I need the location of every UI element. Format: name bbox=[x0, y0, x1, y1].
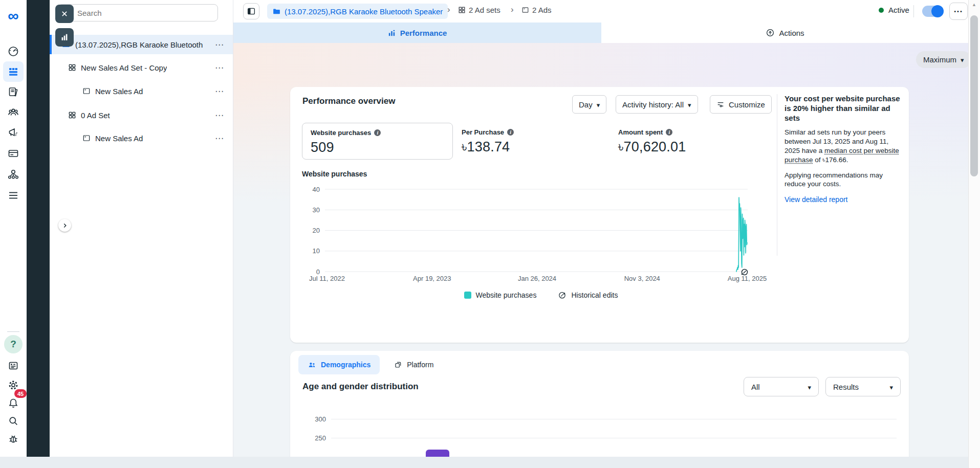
breadcrumb-adsets[interactable]: 2 Ad sets bbox=[458, 6, 500, 14]
svg-text:10: 10 bbox=[313, 247, 320, 255]
metric-aggregation-dropdown[interactable]: Maximum bbox=[916, 51, 971, 68]
tree-item-adset[interactable]: 0 Ad Set bbox=[50, 105, 233, 125]
legend-historical-edits[interactable]: Historical edits bbox=[558, 291, 618, 299]
customize-button[interactable]: Customize bbox=[710, 95, 772, 114]
row-options-button[interactable] bbox=[215, 39, 224, 50]
chevron-down-icon bbox=[597, 100, 600, 109]
breadcrumb-campaign[interactable]: (13.07.2025),RGB Karaoke Bluetooth Speak… bbox=[267, 4, 448, 19]
status-label: Active bbox=[888, 6, 909, 14]
info-icon[interactable] bbox=[507, 129, 514, 136]
meta-logo[interactable] bbox=[3, 6, 24, 26]
metric-value: ৳70,620.01 bbox=[618, 139, 686, 155]
tab-performance-label: Performance bbox=[400, 29, 447, 37]
info-icon[interactable] bbox=[666, 129, 672, 136]
day-granularity-dropdown[interactable]: Day bbox=[572, 95, 606, 114]
row-options-button[interactable] bbox=[215, 110, 224, 121]
tree-item-ad[interactable]: New Sales Ad bbox=[50, 128, 233, 148]
tree-item-adset[interactable]: New Sales Ad Set - Copy bbox=[50, 58, 233, 77]
expand-panel-chevron-icon[interactable] bbox=[58, 219, 71, 232]
breakdown-heading: Age and gender distribution bbox=[302, 382, 419, 392]
card-title: Performance overview bbox=[302, 96, 395, 106]
info-icon[interactable] bbox=[374, 129, 381, 136]
activity-history-dropdown[interactable]: Activity history: All bbox=[616, 95, 698, 114]
recent-clock-icon[interactable] bbox=[55, 72, 74, 90]
more-options-button[interactable] bbox=[949, 3, 968, 20]
collapse-sidebar-button[interactable] bbox=[243, 3, 259, 19]
search-rail-icon[interactable] bbox=[3, 411, 24, 431]
chart-legend: Website purchases Historical edits bbox=[306, 291, 776, 299]
recommendation-body: Similar ad sets run by your peers betwee… bbox=[785, 128, 901, 164]
metric-aggregation-value: Maximum bbox=[923, 55, 956, 64]
metric-label: Website purchases bbox=[311, 129, 371, 137]
platform-layers-icon bbox=[394, 361, 402, 369]
help-icon[interactable] bbox=[4, 335, 23, 353]
billing-card-icon[interactable] bbox=[3, 143, 24, 164]
recommendation-body-post: of ৳176.66. bbox=[813, 156, 848, 164]
campaign-on-off-toggle[interactable] bbox=[922, 6, 944, 17]
chevron-down-icon bbox=[961, 55, 964, 64]
recommendation-panel: Your cost per website purchase is 20% hi… bbox=[785, 94, 901, 205]
tab-actions[interactable]: Actions bbox=[601, 23, 969, 43]
search-input[interactable] bbox=[76, 8, 196, 18]
charts-icon[interactable] bbox=[55, 28, 74, 47]
metric-value: 509 bbox=[311, 140, 444, 155]
pencil-circle-icon bbox=[558, 291, 567, 299]
gridline bbox=[331, 419, 897, 419]
legend-website-purchases[interactable]: Website purchases bbox=[464, 291, 537, 299]
active-status-dot bbox=[879, 8, 884, 13]
metric-label: Per Purchase bbox=[462, 128, 504, 136]
breakdown-filter-dropdown[interactable]: All bbox=[744, 377, 819, 396]
row-options-button[interactable] bbox=[215, 86, 224, 97]
business-assets-icon[interactable] bbox=[3, 164, 24, 185]
row-options-button[interactable] bbox=[215, 62, 224, 73]
tree-search[interactable] bbox=[58, 4, 218, 21]
svg-text:40: 40 bbox=[313, 186, 320, 193]
tree-item-label: New Sales Ad bbox=[95, 134, 143, 143]
actions-arrow-icon bbox=[766, 28, 775, 37]
metric-card-amount-spent[interactable]: Amount spent ৳70,620.01 bbox=[618, 128, 686, 155]
performance-line-chart[interactable]: 403020100Jul 11, 2022Apr 19, 2023Jan 26,… bbox=[304, 182, 770, 285]
ad-frame-icon bbox=[521, 6, 529, 14]
close-icon[interactable] bbox=[55, 5, 74, 23]
report-bug-icon[interactable] bbox=[3, 429, 24, 449]
tab-demographics[interactable]: Demographics bbox=[298, 355, 380, 374]
svg-text:30: 30 bbox=[313, 206, 320, 214]
overview-gauge-icon[interactable] bbox=[3, 41, 24, 61]
view-detailed-report-link[interactable]: View detailed report bbox=[785, 195, 901, 204]
notifications-bell-icon[interactable]: 45 bbox=[3, 393, 24, 413]
svg-text:Apr 19, 2023: Apr 19, 2023 bbox=[413, 275, 451, 282]
row-options-button[interactable] bbox=[215, 133, 224, 144]
svg-text:Aug 11, 2025: Aug 11, 2025 bbox=[728, 275, 767, 282]
svg-text:Jul 11, 2022: Jul 11, 2022 bbox=[309, 275, 345, 282]
metric-filter-dropdown[interactable]: Results bbox=[825, 377, 901, 396]
teal-swatch bbox=[464, 292, 471, 299]
vertical-scrollbar[interactable] bbox=[968, 0, 980, 468]
tree-item-campaign[interactable]: (13.07.2025),RGB Karaoke Bluetooth S... bbox=[50, 35, 233, 54]
metric-card-website-purchases[interactable]: Website purchases 509 bbox=[302, 123, 453, 160]
tree-item-label: New Sales Ad bbox=[95, 87, 143, 96]
ads-megaphone-icon[interactable] bbox=[3, 122, 24, 143]
metric-card-per-purchase[interactable]: Per Purchase ৳138.74 bbox=[462, 128, 514, 155]
y-tick-label: 250 bbox=[306, 434, 326, 442]
breadcrumb-bar: (13.07.2025),RGB Karaoke Bluetooth Speak… bbox=[233, 0, 969, 23]
campaigns-table-icon[interactable] bbox=[3, 61, 24, 82]
tab-performance[interactable]: Performance bbox=[233, 23, 601, 43]
all-tools-menu-icon[interactable] bbox=[3, 185, 24, 206]
pages-icon[interactable] bbox=[3, 82, 24, 102]
folder-icon bbox=[272, 7, 281, 16]
scroll-up-arrow-icon[interactable] bbox=[969, 2, 979, 7]
tab-platform[interactable]: Platform bbox=[385, 355, 443, 374]
audiences-icon[interactable] bbox=[3, 102, 24, 123]
adset-grid-icon bbox=[68, 111, 76, 119]
breadcrumb-chevron-icon bbox=[511, 5, 514, 15]
updates-news-icon[interactable] bbox=[3, 355, 24, 376]
tree-item-ad[interactable]: New Sales Ad bbox=[50, 81, 233, 101]
performance-overview-card: Performance overview Day Activity histor… bbox=[290, 87, 909, 343]
card-divider bbox=[777, 94, 777, 256]
chevron-down-icon bbox=[889, 383, 893, 391]
breadcrumb-ads[interactable]: 2 Ads bbox=[521, 6, 552, 14]
customize-sliders-icon bbox=[716, 100, 725, 108]
edit-pencil-icon[interactable] bbox=[55, 50, 74, 68]
tree-item-label: New Sales Ad Set - Copy bbox=[81, 63, 167, 72]
scrollbar-thumb[interactable] bbox=[970, 15, 978, 176]
